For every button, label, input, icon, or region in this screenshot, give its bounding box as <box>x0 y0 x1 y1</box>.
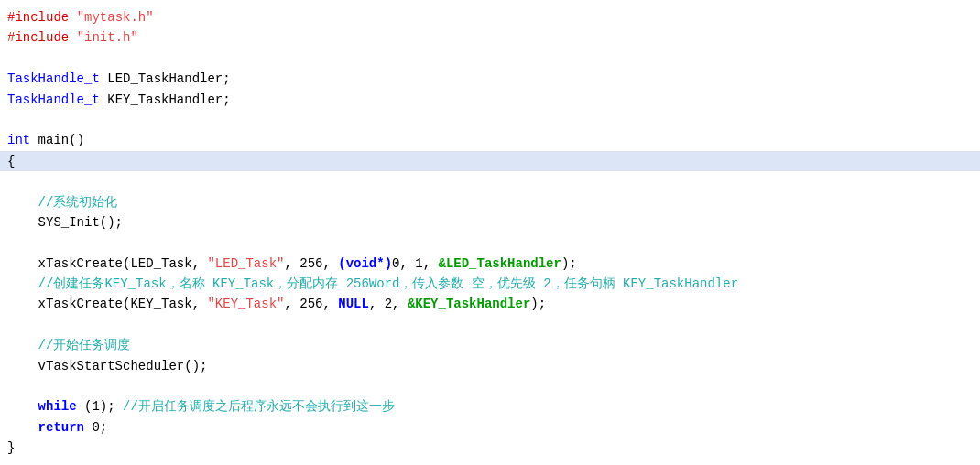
code-line-22: } <box>0 438 980 458</box>
code-line-15: xTaskCreate(KEY_Task, "KEY_Task", 256, N… <box>0 294 980 314</box>
code-line-17: //开始任务调度 <box>0 335 980 355</box>
code-line-19 <box>0 376 980 396</box>
include-filename: "mytask.h" <box>77 7 154 27</box>
indent-space <box>7 396 38 416</box>
code-line-11: SYS_Init(); <box>0 212 980 232</box>
preprocessor-keyword: #include <box>7 7 77 27</box>
function-call: SYS_Init(); <box>7 212 123 232</box>
while-keyword: while <box>38 396 77 416</box>
param-part: , 256, <box>284 294 338 314</box>
function-call-part: xTaskCreate(LED_Task, <box>7 254 207 274</box>
code-line-20: while (1); //开启任务调度之后程序永远不会执行到这一步 <box>0 396 980 416</box>
comment-text: //创建任务KEY_Task，名称 KEY_Task，分配内存 256Word，… <box>7 274 738 294</box>
keyword-int: int <box>7 130 30 150</box>
code-line-10: //系统初始化 <box>0 192 980 212</box>
brace-close: } <box>7 438 15 458</box>
param-part: , 256, <box>284 254 338 274</box>
comment-text: //系统初始化 <box>7 192 117 212</box>
preprocessor-keyword: #include <box>7 27 77 48</box>
code-line-1: #include "mytask.h" <box>0 7 980 27</box>
code-line-7: int main() <box>0 130 980 150</box>
code-line-21: return 0; <box>0 417 980 438</box>
function-signature: main() <box>30 130 84 150</box>
variable-decl: KEY_TaskHandler; <box>100 90 231 110</box>
code-line-6 <box>0 110 980 130</box>
brace-open: { <box>7 151 15 171</box>
code-line-14: //创建任务KEY_Task，名称 KEY_Task，分配内存 256Word，… <box>0 274 980 294</box>
type-name: TaskHandle_t <box>7 69 100 89</box>
code-line-8: { <box>0 151 980 171</box>
type-name: TaskHandle_t <box>7 90 100 110</box>
param-zero: 0, 1, <box>392 254 438 274</box>
return-value: 0; <box>84 417 107 438</box>
indent-space <box>7 417 38 438</box>
string-literal: "KEY_Task" <box>207 294 284 314</box>
address-of: &LED_TaskHandler <box>439 254 561 274</box>
code-line-2: #include "init.h" <box>0 27 980 48</box>
close-paren: ); <box>561 254 577 274</box>
code-line-18: vTaskStartScheduler(); <box>0 356 980 376</box>
cast-expr: (void*) <box>338 254 392 274</box>
code-line-9 <box>0 171 980 191</box>
include-filename: "init.h" <box>77 27 138 48</box>
variable-decl: LED_TaskHandler; <box>100 69 231 89</box>
function-call: vTaskStartScheduler(); <box>7 356 207 376</box>
code-line-5: TaskHandle_t KEY_TaskHandler; <box>0 90 980 110</box>
code-line-3 <box>0 49 980 69</box>
code-line-13: xTaskCreate(LED_Task, "LED_Task", 256, (… <box>0 254 980 274</box>
close-paren: ); <box>530 294 546 314</box>
code-line-4: TaskHandle_t LED_TaskHandler; <box>0 69 980 89</box>
code-line-16 <box>0 315 980 335</box>
comment-text: //开启任务调度之后程序永远不会执行到这一步 <box>123 396 395 416</box>
function-call-part: xTaskCreate(KEY_Task, <box>7 294 207 314</box>
code-line-12 <box>0 232 980 253</box>
return-keyword: return <box>38 417 84 438</box>
comment-text: //开始任务调度 <box>7 335 130 355</box>
address-of: &KEY_TaskHandler <box>408 294 530 314</box>
code-editor: #include "mytask.h" #include "init.h" Ta… <box>0 0 980 465</box>
null-keyword: NULL <box>338 294 369 314</box>
param-part2: , 2, <box>369 294 408 314</box>
string-literal: "LED_Task" <box>207 254 284 274</box>
while-condition: (1); <box>77 396 123 416</box>
